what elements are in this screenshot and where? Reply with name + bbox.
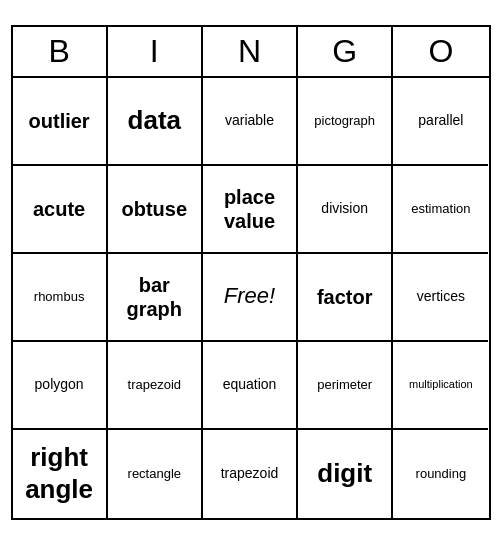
bingo-cell: Free! [203,254,298,342]
bingo-cell: digit [298,430,393,518]
bingo-cell: multiplication [393,342,488,430]
bingo-cell: parallel [393,78,488,166]
bingo-cell: rounding [393,430,488,518]
bingo-cell: equation [203,342,298,430]
bingo-cell: obtuse [108,166,203,254]
bingo-cell: perimeter [298,342,393,430]
bingo-cell: vertices [393,254,488,342]
bingo-cell: rhombus [13,254,108,342]
bingo-cell: pictograph [298,78,393,166]
header-letter: N [203,27,298,76]
bingo-grid: outlierdatavariablepictographparallelacu… [13,78,489,518]
bingo-cell: data [108,78,203,166]
header-letter: I [108,27,203,76]
bingo-cell: rightangle [13,430,108,518]
bingo-cell: estimation [393,166,488,254]
bingo-cell: division [298,166,393,254]
bingo-cell: bargraph [108,254,203,342]
bingo-header: BINGO [13,27,489,78]
header-letter: B [13,27,108,76]
bingo-cell: factor [298,254,393,342]
bingo-cell: polygon [13,342,108,430]
bingo-cell: variable [203,78,298,166]
bingo-cell: trapezoid [203,430,298,518]
bingo-cell: placevalue [203,166,298,254]
bingo-cell: outlier [13,78,108,166]
header-letter: O [393,27,488,76]
bingo-cell: rectangle [108,430,203,518]
bingo-card: BINGO outlierdatavariablepictographparal… [11,25,491,520]
bingo-cell: trapezoid [108,342,203,430]
bingo-cell: acute [13,166,108,254]
header-letter: G [298,27,393,76]
